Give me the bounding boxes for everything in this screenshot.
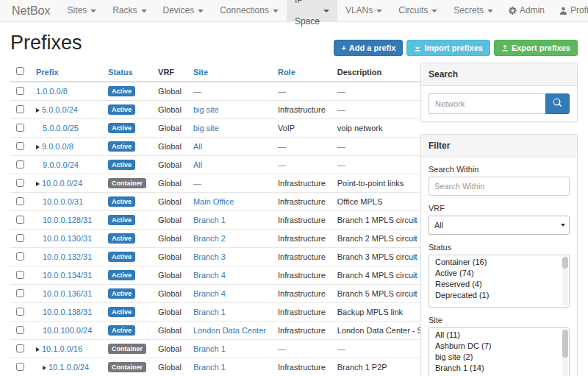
prefix-link[interactable]: 10.0.0.130/31: [43, 234, 92, 243]
nav-item-label: Sites: [67, 0, 87, 21]
site-cell: London Data Center: [187, 322, 272, 340]
filter-option[interactable]: Ashburn DC (7): [429, 341, 562, 352]
prefix-link[interactable]: 10.0.0.134/31: [43, 271, 92, 280]
prefix-link[interactable]: 5.0.0.0/24: [42, 105, 78, 114]
chevron-down-icon: [141, 10, 147, 13]
site-link[interactable]: All: [193, 160, 202, 169]
status-label: Status: [429, 243, 570, 252]
prefix-link[interactable]: 5.0.0.0/25: [43, 124, 79, 132]
row-checkbox[interactable]: [16, 289, 24, 297]
prefix-link[interactable]: 10.0.0.0/24: [42, 179, 82, 188]
site-link[interactable]: Branch 1: [193, 344, 226, 353]
prefix-link[interactable]: 9.0.0.0/8: [42, 142, 74, 151]
site-listbox[interactable]: All (11)Ashburn DC (7)big site (2)Branch…: [429, 327, 570, 376]
scrollbar[interactable]: [562, 329, 568, 376]
prefix-link[interactable]: 10.0.0.0/31: [43, 197, 83, 206]
site-link[interactable]: big site: [193, 124, 219, 132]
prefix-link[interactable]: 9.0.0.0/24: [43, 160, 79, 169]
filter-option[interactable]: Reserved (4): [429, 279, 562, 290]
site-cell: All: [187, 138, 272, 156]
nav-admin[interactable]: Admin: [501, 0, 552, 21]
add-prefix-button[interactable]: + Add a prefix: [334, 40, 403, 56]
row-checkbox[interactable]: [16, 87, 24, 95]
prefix-link[interactable]: 10.0.0.136/31: [43, 289, 92, 298]
nav-item-racks[interactable]: Racks: [104, 0, 154, 21]
row-checkbox[interactable]: [16, 344, 24, 352]
search-within-input[interactable]: [429, 177, 570, 196]
row-checkbox[interactable]: [16, 216, 24, 224]
nav-item-devices[interactable]: Devices: [155, 0, 212, 21]
row-checkbox[interactable]: [16, 124, 24, 132]
vrf-cell: Global: [152, 285, 187, 303]
nav-item-circuits[interactable]: Circuits: [390, 0, 445, 21]
export-prefixes-label: Export prefixes: [512, 43, 570, 52]
expand-caret-icon[interactable]: [43, 366, 46, 370]
column-header-status[interactable]: Status: [102, 63, 152, 82]
site-link[interactable]: Branch 3: [193, 252, 226, 261]
expand-caret-icon[interactable]: [36, 145, 40, 149]
column-header-prefix[interactable]: Prefix: [30, 63, 102, 82]
sort-link-prefix[interactable]: Prefix: [36, 68, 59, 77]
nav-item-secrets[interactable]: Secrets: [445, 0, 501, 21]
row-checkbox[interactable]: [16, 234, 24, 242]
site-link[interactable]: Branch 1: [193, 308, 226, 316]
select-all-checkbox[interactable]: [16, 67, 24, 75]
site-link[interactable]: big site: [193, 105, 219, 114]
row-checkbox[interactable]: [16, 308, 24, 316]
sort-link-role[interactable]: Role: [278, 68, 295, 77]
filter-option[interactable]: Container (16): [429, 257, 562, 268]
status-listbox[interactable]: Container (16)Active (74)Reserved (4)Dep…: [429, 255, 570, 308]
export-prefixes-button[interactable]: Export prefixes: [494, 40, 578, 56]
row-checkbox[interactable]: [16, 179, 24, 187]
nav-item-connections[interactable]: Connections: [212, 0, 287, 21]
prefix-link[interactable]: 10.0.100.0/24: [43, 326, 92, 335]
row-checkbox[interactable]: [16, 197, 24, 205]
app-logo[interactable]: NetBox: [0, 0, 59, 21]
nav-item-sites[interactable]: Sites: [59, 0, 104, 21]
site-link[interactable]: Branch 1: [193, 363, 226, 372]
expand-caret-icon[interactable]: [36, 182, 40, 186]
site-link[interactable]: London Data Center: [193, 326, 266, 335]
site-link[interactable]: Main Office: [193, 197, 234, 206]
column-header-role[interactable]: Role: [272, 63, 331, 82]
filter-option[interactable]: Active (74): [429, 268, 562, 279]
column-header-site[interactable]: Site: [187, 63, 272, 82]
filter-option[interactable]: big site (2): [429, 352, 562, 363]
site-link[interactable]: Branch 2: [193, 234, 226, 243]
nav-profile[interactable]: Profile: [552, 0, 588, 21]
prefix-link[interactable]: 10.1.0.0/16: [42, 344, 82, 353]
site-link[interactable]: Branch 4: [193, 271, 226, 280]
row-checkbox[interactable]: [16, 160, 24, 169]
expand-caret-icon[interactable]: [36, 108, 40, 113]
row-checkbox[interactable]: [16, 105, 24, 113]
prefix-link[interactable]: 10.0.0.128/31: [43, 216, 92, 224]
nav-item-ip-space[interactable]: IP Space: [287, 0, 337, 21]
sort-link-site[interactable]: Site: [193, 68, 208, 77]
prefix-link[interactable]: 10.0.0.132/31: [43, 252, 92, 261]
sort-link-status[interactable]: Status: [108, 68, 133, 77]
filter-option[interactable]: Branch 1 (14): [429, 363, 562, 374]
status-badge: Active: [108, 288, 135, 299]
search-input[interactable]: [429, 93, 545, 114]
row-checkbox[interactable]: [16, 363, 24, 371]
filter-option[interactable]: All (11): [429, 330, 562, 341]
prefix-link[interactable]: 10.0.0.138/31: [43, 308, 92, 316]
expand-caret-icon[interactable]: [36, 347, 40, 352]
scrollbar[interactable]: [562, 256, 568, 306]
row-checkbox[interactable]: [16, 142, 24, 150]
search-button[interactable]: [545, 93, 570, 114]
import-prefixes-button[interactable]: Import prefixes: [406, 40, 490, 56]
vrf-select[interactable]: All: [429, 216, 570, 235]
row-checkbox[interactable]: [16, 326, 24, 334]
prefix-link[interactable]: 1.0.0.0/8: [36, 87, 68, 96]
site-link[interactable]: Branch 4: [193, 289, 226, 298]
filter-option[interactable]: Deprecated (1): [429, 290, 562, 301]
site-link[interactable]: All: [193, 142, 202, 151]
row-checkbox[interactable]: [16, 271, 24, 279]
site-link[interactable]: Branch 1: [193, 216, 226, 224]
prefix-link[interactable]: 10.1.0.0/24: [49, 363, 89, 372]
nav-item-vlans[interactable]: VLANs: [337, 0, 390, 21]
status-badge: Container: [108, 178, 146, 188]
table-row: 10.0.0.0/31ActiveGlobalMain OfficeInfras…: [10, 193, 478, 211]
row-checkbox[interactable]: [16, 252, 24, 260]
